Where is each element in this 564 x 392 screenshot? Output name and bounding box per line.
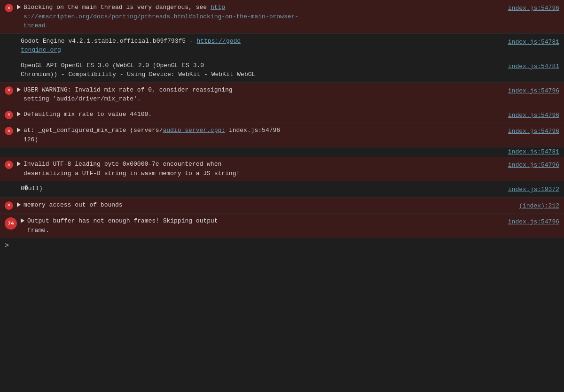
error-badge-4: ✕ [5,86,13,95]
message-text-5: Defaulting mix rate to value 44100. [24,111,152,118]
message-content-2: Godot Engine v4.2.1.stable.official.b09f… [21,37,502,55]
message-text-11: Output buffer has not enough frames! Ski… [27,217,218,234]
prompt-row: > [0,238,564,254]
log-row-1: ✕ Blocking on the main thread is very da… [0,0,564,34]
expand-triangle-4[interactable] [17,87,21,92]
source-2[interactable]: index.js:54781 [508,38,559,47]
message-content-1: Blocking on the main thread is very dang… [24,3,502,31]
error-badge-5: ✕ [5,111,13,119]
error-badge-6: ✕ [5,127,13,135]
log-row-7: index.js:54781 [0,147,564,157]
source-7[interactable]: index.js:54781 [508,148,559,155]
error-badge-1: ✕ [5,4,13,12]
expand-triangle-11[interactable] [21,218,24,223]
console-container: ✕ Blocking on the main thread is very da… [0,0,564,392]
expand-triangle-5[interactable] [17,112,21,116]
message-content-4: USER WARNING: Invalid mix rate of 0, con… [24,85,502,104]
message-flex-1: Blocking on the main thread is very dang… [17,3,502,31]
expand-triangle-10[interactable] [17,202,21,207]
message-flex-10: memory access out of bounds [17,200,513,210]
error-badge-8: ✕ [5,161,13,169]
prompt-symbol: > [5,242,9,250]
message-text-6a: at: _get_configured_mix_rate (servers/ [24,127,163,134]
message-text-4: USER WARNING: Invalid mix rate of 0, con… [24,86,233,103]
log-row-3: OpenGL API OpenGL ES 3.0 (WebGL 2.0 (Ope… [0,58,564,83]
log-row-4: ✕ USER WARNING: Invalid mix rate of 0, c… [0,83,564,107]
message-flex-5: Defaulting mix rate to value 44100. [17,110,502,119]
message-text-9: 0�ull) [21,185,43,192]
message-text-1: Blocking on the main thread is very dang… [24,4,211,11]
message-text-2: Godot Engine v4.2.1.stable.official.b09f… [21,38,196,45]
message-text-10: memory access out of bounds [24,201,123,208]
log-row-9: 0�ull) index.js:19372 [0,181,564,198]
error-icon-6: ✕ [5,127,13,135]
source-6[interactable]: index.js:54796 [508,127,559,136]
expand-triangle-8[interactable] [17,161,21,166]
message-content-10: memory access out of bounds [24,200,513,210]
source-11[interactable]: index.js:54796 [508,217,559,227]
message-flex-11: Output buffer has not enough frames! Ski… [21,216,502,235]
log-row-2: Godot Engine v4.2.1.stable.official.b09f… [0,34,564,58]
log-row-5: ✕ Defaulting mix rate to value 44100. in… [0,107,564,123]
source-1[interactable]: index.js:54796 [508,4,559,13]
message-content-11: Output buffer has not enough frames! Ski… [27,216,502,235]
error-icon-8: ✕ [5,161,13,169]
error-icon-1: ✕ [5,4,13,12]
message-flex-6: at: _get_configured_mix_rate (servers/au… [17,126,502,144]
source-4[interactable]: index.js:54796 [508,86,559,96]
message-content-6: at: _get_configured_mix_rate (servers/au… [24,126,502,144]
message-flex-8: Invalid UTF-8 leading byte 0x00000-7e en… [17,160,502,178]
message-content-5: Defaulting mix rate to value 44100. [24,110,502,119]
count-icon-11: 74 [5,217,17,230]
source-5[interactable]: index.js:54796 [508,111,559,120]
source-9[interactable]: index.js:19372 [508,185,559,194]
error-icon-5: ✕ [5,111,13,119]
count-badge-11: 74 [5,217,17,230]
message-text-3: OpenGL API OpenGL ES 3.0 (WebGL 2.0 (Ope… [21,62,255,78]
source-3[interactable]: index.js:54781 [508,62,559,71]
log-row-10: ✕ memory access out of bounds (index):21… [0,198,564,214]
error-icon-10: ✕ [5,201,13,210]
message-content-3: OpenGL API OpenGL ES 3.0 (WebGL 2.0 (Ope… [21,61,502,79]
error-icon-4: ✕ [5,86,13,95]
expand-triangle-6[interactable] [17,128,21,132]
log-row-6: ✕ at: _get_configured_mix_rate (servers/… [0,123,564,147]
message-text-8: Invalid UTF-8 leading byte 0x00000-7e en… [24,161,240,177]
message-content-8: Invalid UTF-8 leading byte 0x00000-7e en… [24,160,502,178]
log-row-8: ✕ Invalid UTF-8 leading byte 0x00000-7e … [0,157,564,181]
message-flex-4: USER WARNING: Invalid mix rate of 0, con… [17,85,502,104]
message-content-9: 0�ull) [21,184,502,193]
source-10[interactable]: (index):212 [519,201,559,211]
link-audio-server[interactable]: audio_server.cpp: [163,127,225,134]
log-row-11: 74 Output buffer has not enough frames! … [0,214,564,238]
error-badge-10: ✕ [5,201,13,210]
source-8[interactable]: index.js:54796 [508,161,559,170]
expand-triangle-1[interactable] [17,5,21,9]
